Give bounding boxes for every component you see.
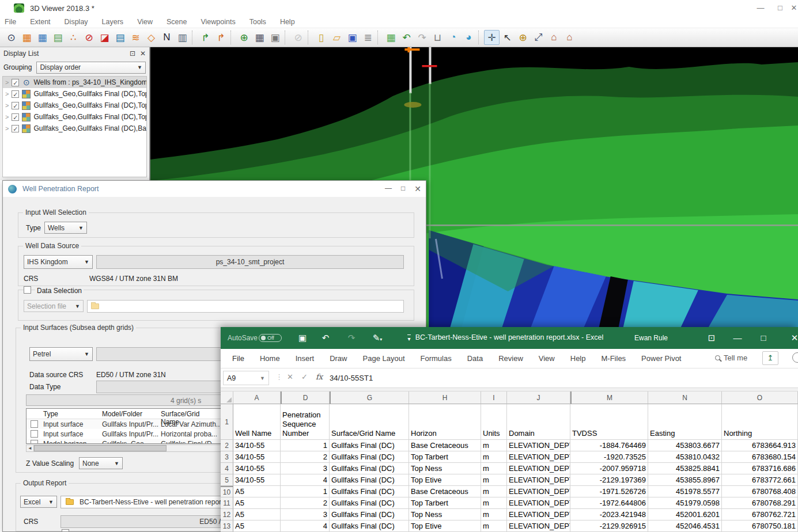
cell-O3[interactable]: 6783680.154: [722, 451, 798, 463]
legend-panel-icon[interactable]: ▥: [175, 30, 190, 45]
undo-icon[interactable]: ↶: [399, 30, 414, 45]
expand-chevron-icon[interactable]: >: [5, 90, 9, 97]
cell-M2[interactable]: -1884.764469: [570, 440, 648, 451]
excel-minimize-button[interactable]: —: [731, 332, 744, 344]
cell-A10[interactable]: A5: [233, 486, 281, 497]
z-scaling-dropdown[interactable]: None ▼: [79, 457, 123, 469]
grid-crossline-icon[interactable]: ▦: [35, 30, 50, 45]
menu-extent[interactable]: Extent: [30, 18, 50, 26]
cell-A11[interactable]: A5: [233, 497, 281, 509]
cell-I1[interactable]: Units: [481, 404, 507, 440]
tab-page-layout[interactable]: Page Layout: [363, 354, 405, 363]
cell-D5[interactable]: 4: [281, 474, 330, 486]
cell-J1[interactable]: Domain: [507, 404, 570, 440]
cell-I4[interactable]: m: [481, 463, 507, 474]
item-checkbox[interactable]: ✓: [12, 90, 19, 98]
cell-H5[interactable]: Top Etive: [409, 474, 481, 486]
display-list-item[interactable]: >✓Gullfaks_Geo,Gullfaks Final (DC),Top N…: [3, 100, 146, 111]
cell-I13[interactable]: m: [481, 520, 507, 532]
col-header-I[interactable]: I: [481, 392, 507, 404]
cell-M12[interactable]: -2023.421948: [570, 509, 648, 520]
cell-N13[interactable]: 452046.4531: [648, 520, 722, 532]
delete-icon[interactable]: ⊔: [430, 30, 445, 45]
row-header-2[interactable]: 2: [221, 440, 233, 451]
insert-function-icon[interactable]: fx: [316, 373, 323, 381]
dialog-maximize-button[interactable]: □: [401, 184, 405, 193]
row-header-11[interactable]: 11: [221, 497, 233, 509]
cell-N2[interactable]: 453803.6677: [648, 440, 722, 451]
add-well-icon[interactable]: ⊕: [236, 30, 252, 45]
cell-D13[interactable]: 4: [281, 520, 330, 532]
cell-I12[interactable]: m: [481, 509, 507, 520]
display-list-item[interactable]: >✓Gullfaks_Geo,Gullfaks Final (DC),Top E…: [3, 88, 146, 100]
tab-file[interactable]: File: [232, 354, 244, 363]
cell-G1[interactable]: Surface/Grid Name: [330, 404, 409, 440]
export-file-icon[interactable]: ↱: [198, 30, 213, 45]
expand-chevron-icon[interactable]: >: [5, 125, 9, 132]
cell-O13[interactable]: 6780750.181: [722, 520, 798, 532]
confirm-entry-icon[interactable]: ✓: [301, 373, 308, 381]
tell-me-box[interactable]: Tell me: [715, 354, 747, 362]
cell-M10[interactable]: -1971.526726: [570, 486, 648, 497]
row-header-3[interactable]: 3: [221, 451, 233, 463]
cell-O11[interactable]: 6780768.291: [722, 497, 798, 509]
cell-A1[interactable]: Well Name: [233, 404, 281, 440]
cell-H12[interactable]: Top Ness: [409, 509, 481, 520]
col-header-A[interactable]: A: [233, 392, 281, 404]
flat-surface-icon[interactable]: ◇: [143, 30, 159, 45]
menu-file[interactable]: File: [5, 18, 16, 26]
panel-float-icon[interactable]: ⊡: [130, 50, 135, 58]
tab-review[interactable]: Review: [498, 354, 523, 363]
cell-I2[interactable]: m: [481, 440, 507, 451]
row-header-1[interactable]: 1: [221, 404, 233, 440]
tab-m-files[interactable]: M-Files: [602, 354, 626, 363]
home-add-icon[interactable]: ⌂: [546, 30, 562, 45]
folder-icon[interactable]: [66, 499, 74, 505]
cell-N1[interactable]: Easting: [648, 404, 722, 440]
excel-maximize-button[interactable]: □: [757, 332, 770, 344]
well-source-dropdown[interactable]: IHS Kingdom ▼: [24, 255, 93, 269]
cell-H13[interactable]: Top Etive: [409, 520, 481, 532]
surface-source-dropdown[interactable]: Petrel ▼: [29, 347, 93, 361]
pan-tool-icon[interactable]: ✛: [484, 30, 500, 45]
image-overlay-icon[interactable]: ▤: [50, 30, 66, 45]
item-checkbox[interactable]: ✓: [12, 102, 19, 109]
menu-layers[interactable]: Layers: [102, 18, 124, 26]
panel-close-icon[interactable]: ✕: [140, 50, 146, 58]
cell-D10[interactable]: 1: [281, 486, 330, 497]
cell-N3[interactable]: 453810.0432: [648, 451, 722, 463]
scroll-left-arrow[interactable]: ◄: [27, 445, 34, 451]
viewer-close-button[interactable]: ✕: [790, 2, 798, 14]
cell-H11[interactable]: Top Tarbert: [409, 497, 481, 509]
display-list-item[interactable]: >✓⊙Wells from : ps_34-10_IHS_Kingdom: [3, 77, 146, 88]
row-checkbox[interactable]: [31, 420, 38, 428]
col-header-D[interactable]: D: [281, 392, 330, 404]
fill-color-icon[interactable]: ◔: [445, 30, 461, 45]
scatter-points-icon[interactable]: ∴: [66, 30, 81, 45]
cell-J5[interactable]: ELEVATION_DEPT: [507, 474, 570, 486]
cell-I10[interactable]: m: [481, 486, 507, 497]
fill-color-alt-icon[interactable]: ◕: [461, 30, 476, 45]
cell-A13[interactable]: A5: [233, 520, 281, 532]
viewer-maximize-button[interactable]: □: [770, 2, 790, 14]
open-folder-icon[interactable]: ▱: [329, 30, 345, 45]
expand-chevron-icon[interactable]: >: [5, 79, 9, 86]
output-option-checkbox[interactable]: [62, 529, 69, 532]
cell-O10[interactable]: 6780768.408: [722, 486, 798, 497]
col-header-N[interactable]: N: [648, 392, 722, 404]
row-header-10[interactable]: 10: [221, 486, 233, 497]
redo-icon[interactable]: ↷: [414, 30, 430, 45]
cell-O12[interactable]: 6780762.721: [722, 509, 798, 520]
cell-M4[interactable]: -2007.959718: [570, 463, 648, 474]
ribbon-display-options-icon[interactable]: ⊡: [705, 332, 718, 344]
cell-N5[interactable]: 453855.8967: [648, 474, 722, 486]
tab-help[interactable]: Help: [570, 354, 586, 363]
tab-view[interactable]: View: [539, 354, 555, 363]
menu-view[interactable]: View: [137, 18, 153, 26]
viewer-minimize-button[interactable]: —: [751, 2, 770, 14]
output-format-dropdown[interactable]: Excel ▼: [20, 496, 57, 508]
item-checkbox[interactable]: ✓: [12, 113, 19, 121]
cell-D3[interactable]: 2: [281, 451, 330, 463]
scrollbar-thumb[interactable]: [34, 445, 167, 451]
cell-O5[interactable]: 6783772.661: [722, 474, 798, 486]
